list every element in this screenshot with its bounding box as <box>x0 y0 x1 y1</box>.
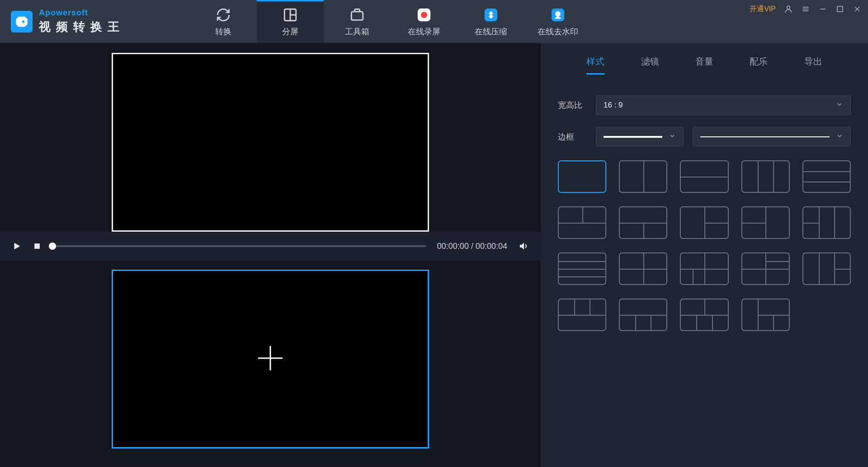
brand-name-bottom: 视频转换王 <box>39 19 125 35</box>
brand: Apowersoft 视频转换王 <box>0 0 136 43</box>
border-label: 边框 <box>558 131 587 142</box>
svg-point-5 <box>421 12 427 18</box>
compress-icon <box>483 7 499 23</box>
nav-online-record[interactable]: 在线录屏 <box>391 0 458 43</box>
titlebar: Apowersoft 视频转换王 转换 分屏 工具箱 在线录屏 <box>0 0 868 43</box>
watermark-icon <box>550 7 566 23</box>
layout-icon <box>283 7 298 23</box>
layout-option[interactable] <box>619 206 667 239</box>
nav-label: 分屏 <box>282 26 298 37</box>
play-button[interactable] <box>12 241 22 251</box>
nav-online-compress[interactable]: 在线压缩 <box>458 0 524 43</box>
layout-option[interactable] <box>558 252 606 285</box>
vip-button[interactable]: 开通VIP <box>750 5 776 14</box>
timeline-slider[interactable] <box>52 245 426 247</box>
main-content: 00:00:00 / 00:00:04 样式 滤镜 音量 配乐 导出 宽高比 1… <box>0 43 868 467</box>
preview-pane: 00:00:00 / 00:00:04 <box>0 43 541 467</box>
player-controls: 00:00:00 / 00:00:04 <box>0 232 541 261</box>
nav-toolbox[interactable]: 工具箱 <box>324 0 391 43</box>
layout-option[interactable] <box>741 299 790 331</box>
chevron-down-icon <box>836 132 843 141</box>
tab-filter[interactable]: 滤镜 <box>641 56 659 75</box>
preview-slot-1[interactable] <box>112 53 429 232</box>
svg-point-8 <box>787 6 790 9</box>
user-icon[interactable] <box>784 5 793 14</box>
aspect-ratio-select[interactable]: 16 : 9 <box>596 95 851 115</box>
maximize-icon[interactable] <box>835 5 844 14</box>
layout-option[interactable] <box>680 206 728 239</box>
layout-option[interactable] <box>558 206 606 239</box>
chevron-down-icon <box>669 132 676 141</box>
menu-icon[interactable] <box>801 5 810 14</box>
nav-label: 在线去水印 <box>538 26 578 37</box>
border-width-preview <box>604 136 662 138</box>
tab-volume[interactable]: 音量 <box>695 56 713 75</box>
settings-tabs: 样式 滤镜 音量 配乐 导出 <box>554 43 854 79</box>
layout-option[interactable] <box>741 206 790 239</box>
aspect-ratio-label: 宽高比 <box>558 100 587 111</box>
aspect-ratio-value: 16 : 9 <box>604 101 623 110</box>
preview-slot-2[interactable] <box>112 270 429 448</box>
layout-option[interactable] <box>680 299 728 331</box>
main-nav: 转换 分屏 工具箱 在线录屏 在线压缩 <box>190 0 591 43</box>
nav-label: 在线压缩 <box>475 26 507 37</box>
layout-option[interactable] <box>680 252 728 285</box>
settings-pane: 样式 滤镜 音量 配乐 导出 宽高比 16 : 9 边框 <box>541 43 868 467</box>
layout-option[interactable] <box>619 299 667 331</box>
add-icon <box>254 342 287 376</box>
svg-rect-16 <box>34 243 40 249</box>
layout-option[interactable] <box>619 160 667 193</box>
svg-rect-13 <box>837 6 843 12</box>
record-icon <box>416 7 432 23</box>
layout-option[interactable] <box>802 206 851 239</box>
nav-label: 工具箱 <box>345 26 369 37</box>
border-color-select[interactable] <box>693 127 851 147</box>
tab-style[interactable]: 样式 <box>586 56 604 75</box>
layout-option[interactable] <box>741 160 790 193</box>
border-width-select[interactable] <box>596 127 684 147</box>
nav-split-screen[interactable]: 分屏 <box>257 0 324 43</box>
volume-button[interactable] <box>518 241 529 252</box>
stop-button[interactable] <box>33 242 42 251</box>
layout-option[interactable] <box>619 252 667 285</box>
minimize-icon[interactable] <box>818 5 827 14</box>
nav-convert[interactable]: 转换 <box>190 0 257 43</box>
nav-online-watermark[interactable]: 在线去水印 <box>524 0 591 43</box>
app-logo-icon <box>11 11 33 33</box>
tab-export[interactable]: 导出 <box>804 56 822 75</box>
tab-music[interactable]: 配乐 <box>750 56 768 75</box>
layout-option[interactable] <box>558 160 606 193</box>
brand-name-top: Apowersoft <box>39 8 125 18</box>
window-controls: 开通VIP <box>743 0 868 43</box>
layout-option[interactable] <box>558 299 606 331</box>
timeline-knob[interactable] <box>49 243 56 250</box>
refresh-icon <box>216 7 231 23</box>
nav-label: 在线录屏 <box>408 26 440 37</box>
time-display: 00:00:00 / 00:00:04 <box>437 242 507 251</box>
chevron-down-icon <box>836 101 843 110</box>
layout-option[interactable] <box>802 252 851 285</box>
briefcase-icon <box>349 7 365 23</box>
close-icon[interactable] <box>853 5 862 14</box>
layout-grid <box>554 147 854 331</box>
layout-option[interactable] <box>680 160 728 193</box>
layout-option[interactable] <box>802 160 851 193</box>
border-color-preview <box>700 136 830 137</box>
svg-rect-3 <box>351 12 363 20</box>
layout-option[interactable] <box>741 252 790 285</box>
nav-label: 转换 <box>215 26 231 37</box>
